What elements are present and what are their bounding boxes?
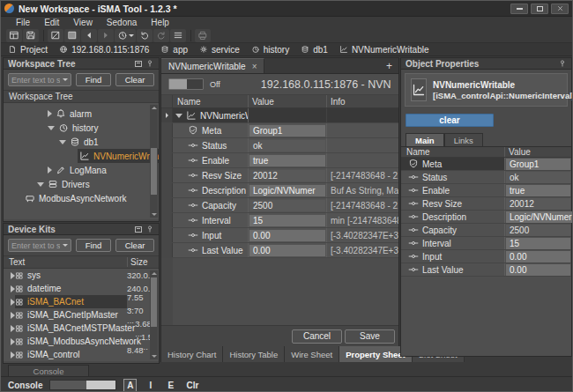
live-toggle[interactable] [168, 78, 204, 90]
tree-item-db1[interactable]: db1 [4, 135, 159, 149]
breadcrumb-item-service[interactable]: service [199, 45, 240, 55]
kit-row-isma-bacnetmstpmaster[interactable]: iSMA_BACnetMSTPMaster 3.68 ... [4, 322, 159, 335]
search-input[interactable] [9, 241, 63, 250]
console-info-button[interactable]: I [144, 379, 157, 392]
console-clear-button[interactable]: Clr [184, 379, 200, 392]
breadcrumb-item-project[interactable]: Project [8, 45, 48, 55]
vertical-scrollbar[interactable] [150, 105, 158, 218]
close-tab-icon[interactable]: × [252, 62, 257, 71]
tab-console[interactable]: Console [8, 365, 89, 376]
tab-history-chart[interactable]: History Chart [161, 346, 223, 362]
property-row-capacity[interactable]: Capacity 2500 [-2147483648 - 21474... [161, 198, 398, 213]
object-row-meta[interactable]: Meta Group1 [401, 158, 571, 171]
clear-button[interactable]: Clear [115, 73, 154, 86]
value-field[interactable]: true [506, 185, 570, 196]
kit-row-sys[interactable]: sys 320.0... [4, 269, 159, 282]
property-row-meta[interactable]: Meta Group1 [161, 123, 398, 138]
redo-icon[interactable] [153, 29, 169, 42]
breadcrumb-item-app[interactable]: app [160, 45, 188, 55]
back-icon[interactable] [81, 29, 97, 42]
tab-main[interactable]: Main [406, 133, 444, 146]
breadcrumb-item-nvnumericwritable[interactable]: NVNumericWritable [339, 45, 429, 55]
kit-row-isma-control[interactable]: iSMA_control 8.48 ... [4, 348, 159, 361]
tab-history-table[interactable]: History Table [223, 346, 285, 362]
object-row-enable[interactable]: Enable true [401, 184, 571, 197]
pin-icon[interactable] [145, 225, 154, 233]
tree-item-history[interactable]: history [4, 121, 159, 135]
expander-expanded-icon[interactable] [48, 126, 55, 130]
object-row-interval[interactable]: Interval 15 [401, 237, 571, 250]
property-row-input[interactable]: Input 0.00 [-3.40282347E+38 - 3.4... [161, 228, 398, 243]
menu-help[interactable]: Help [145, 18, 175, 27]
column-name[interactable]: Name [401, 147, 505, 157]
tree-item-modbusasyncnetwork[interactable]: ModbusAsyncNetwork [4, 191, 159, 205]
object-row-description[interactable]: Description Logic/NVNumer [401, 211, 571, 224]
vertical-scrollbar[interactable] [150, 270, 158, 359]
menu-edit[interactable]: Edit [38, 18, 65, 27]
expander-expanded-icon[interactable] [37, 182, 44, 187]
property-row-interval[interactable]: Interval 15 min [-2147483648 - 21... [161, 213, 398, 228]
find-button[interactable]: Find [76, 73, 111, 86]
tree-item-alarm[interactable]: alarm [4, 107, 159, 121]
value-field[interactable]: Group1 [506, 159, 570, 170]
column-name[interactable]: Name [173, 95, 249, 107]
history-clock-icon[interactable] [115, 29, 136, 42]
value-field[interactable]: Logic/NVNumer [506, 211, 573, 223]
value-field[interactable]: Logic/NVNumer [249, 185, 325, 196]
object-row-resv-size[interactable]: Resv Size 20012 [401, 197, 571, 211]
pin-icon[interactable] [145, 59, 154, 68]
scroll-up-icon[interactable] [152, 107, 157, 109]
column-info[interactable]: Info [327, 95, 398, 107]
clear-button[interactable]: Clear [115, 239, 154, 252]
search-input[interactable] [9, 76, 63, 85]
column-value[interactable]: Value [505, 147, 571, 157]
expander-collapsed-icon[interactable] [48, 166, 52, 174]
menu-file[interactable]: File [10, 18, 36, 27]
property-row-enable[interactable]: Enable true [161, 153, 398, 168]
pin-icon[interactable] [558, 59, 567, 68]
layout-icon[interactable] [6, 29, 22, 42]
maximize-button[interactable] [531, 4, 548, 14]
tree-item-nvnumericwritable[interactable]: NVNumericWritable [4, 149, 159, 163]
value-field[interactable]: 0.00 [506, 264, 570, 276]
column-size[interactable]: Size [127, 257, 159, 267]
tree-item-logmana[interactable]: LogMana [4, 163, 159, 177]
save-button[interactable]: Save [345, 329, 395, 344]
collapse-panel-icon[interactable] [135, 61, 142, 67]
scrollbar-thumb[interactable] [151, 277, 157, 327]
breadcrumb-item-db1[interactable]: db1 [301, 45, 328, 55]
device-address-icon[interactable] [64, 29, 80, 42]
tab-nvnumericwritable[interactable]: NVNumericWritable × [161, 58, 264, 73]
property-row-root[interactable]: NVNumericWrit... [161, 108, 398, 123]
find-button[interactable]: Find [76, 239, 111, 252]
cancel-button[interactable]: Cancel [292, 329, 342, 344]
expander-expanded-icon[interactable] [59, 140, 66, 144]
tab-wire-sheet[interactable]: Wire Sheet [285, 346, 339, 362]
property-row-resv-size[interactable]: Resv Size 20012 [-2147483648 - 21474... [161, 168, 398, 183]
expander-collapsed-icon[interactable] [48, 110, 52, 117]
save-icon[interactable] [23, 29, 39, 42]
property-row-status[interactable]: Status ok [161, 138, 398, 153]
console-all-button[interactable]: A [123, 379, 137, 392]
tree-item-drivers[interactable]: Drivers [4, 177, 159, 191]
print-icon[interactable] [195, 29, 211, 42]
breadcrumb-item-history[interactable]: history [251, 45, 289, 55]
breadcrumb-item-device[interactable]: 192.168.0.115:1876 [59, 45, 149, 55]
menu-sedona[interactable]: Sedona [100, 18, 143, 27]
expander-expanded-icon[interactable] [175, 114, 182, 118]
object-row-input[interactable]: Input 0.00 [401, 250, 571, 263]
value-field[interactable]: 0.00 [506, 251, 570, 263]
close-button[interactable] [551, 4, 569, 14]
value-field[interactable]: Group1 [249, 125, 325, 137]
object-row-capacity[interactable]: Capacity 2500 [401, 224, 571, 237]
object-row-status[interactable]: Status ok [401, 171, 571, 184]
scrollbar-thumb[interactable] [151, 148, 157, 196]
collapse-panel-icon[interactable] [135, 226, 142, 233]
value-field[interactable]: 15 [506, 238, 570, 249]
value-field[interactable]: 0.00 [249, 245, 325, 256]
scroll-down-icon[interactable] [152, 355, 157, 358]
search-combo[interactable] [8, 239, 71, 252]
object-row-last-value[interactable]: Last Value 0.00 [401, 263, 571, 277]
edit-sheet-icon[interactable] [48, 29, 63, 42]
minimize-button[interactable] [510, 4, 528, 14]
